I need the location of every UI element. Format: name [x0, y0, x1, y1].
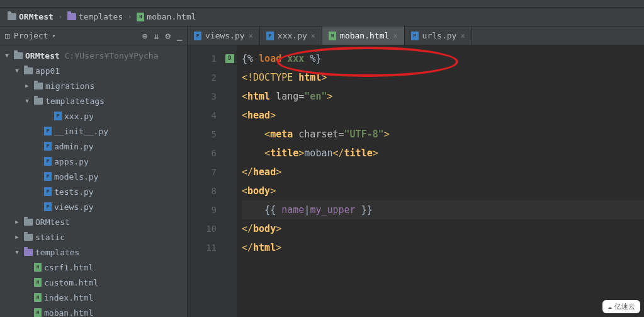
tree-path: C:¥Users¥Tony¥Pycha: [65, 51, 159, 61]
expand-icon[interactable]: ▶: [13, 219, 21, 225]
tree-file-admin[interactable]: P admin.py: [0, 139, 187, 154]
expand-icon[interactable]: ▼: [13, 249, 21, 255]
line-number: 7: [191, 163, 217, 182]
gear-icon[interactable]: ⚙: [166, 31, 171, 41]
code-line: </html>: [242, 238, 644, 257]
code-line: <body>: [242, 182, 644, 200]
folder-icon: [34, 83, 43, 89]
tree-label: templates: [35, 248, 79, 257]
python-file-icon: P: [411, 32, 419, 40]
code-line: </head>: [242, 163, 644, 182]
expand-icon[interactable]: ▼: [3, 52, 11, 59]
tree-label: admin.py: [54, 142, 94, 151]
python-file-icon: P: [44, 142, 52, 151]
tree-file-xxx[interactable]: P xxx.py: [0, 108, 187, 124]
html-file-icon: H: [34, 263, 42, 272]
expand-icon[interactable]: ▶: [23, 83, 31, 89]
close-icon[interactable]: ×: [249, 32, 253, 40]
tree-label: custom.html: [44, 278, 98, 287]
project-sidebar: ◫ Project ▾ ⊕ ⇊ ⚙ ⎯ ▼ ORMtest C:¥Users¥T…: [0, 26, 188, 317]
watermark: ☁ 亿速云: [602, 300, 640, 313]
tree-label: static: [35, 233, 65, 242]
line-number: 10: [191, 219, 217, 238]
tab-urls[interactable]: P urls.py ×: [405, 26, 472, 45]
tree-label: xxx.py: [64, 112, 94, 121]
folder-icon: [24, 67, 33, 74]
tree-file-tests[interactable]: P tests.py: [0, 184, 187, 199]
tree-file-init[interactable]: P __init__.py: [0, 124, 187, 139]
line-number: 2: [191, 68, 217, 87]
line-number: 9: [191, 200, 217, 219]
line-number: 8: [191, 182, 217, 200]
code-line: <meta charset="UTF-8">: [242, 125, 644, 144]
tree-label: ORMtest: [35, 217, 70, 227]
python-file-icon: P: [44, 157, 52, 166]
tree-label: migrations: [45, 81, 94, 91]
target-icon[interactable]: ⊕: [142, 31, 147, 41]
code-line: <head>: [242, 106, 644, 125]
collapse-all-icon[interactable]: ⇊: [154, 31, 159, 41]
tree-file-index[interactable]: H index.html: [0, 290, 187, 305]
tree-folder-static[interactable]: ▶ static: [0, 229, 187, 245]
tab-label: moban.html: [340, 31, 389, 40]
line-number: 11: [191, 238, 217, 257]
breadcrumb-file[interactable]: H moban.html: [134, 11, 198, 23]
tree-folder-templates[interactable]: ▼ templates: [0, 245, 187, 260]
tree-file-models[interactable]: P models.py: [0, 169, 187, 184]
tab-label: urls.py: [422, 31, 457, 40]
tree-root[interactable]: ▼ ORMtest C:¥Users¥Tony¥Pycha: [0, 48, 187, 63]
tab-label: views.py: [205, 31, 245, 40]
tree-folder-ormtest2[interactable]: ▶ ORMtest: [0, 214, 187, 229]
breadcrumb-project[interactable]: ORMtest: [5, 11, 56, 23]
cloud-icon: ☁: [607, 303, 612, 311]
django-template-icon: D: [225, 54, 234, 63]
tree-file-csrf1[interactable]: H csrf1.html: [0, 260, 187, 275]
line-number: 4: [191, 106, 217, 125]
html-file-icon: H: [34, 308, 42, 317]
tree-file-views[interactable]: P views.py: [0, 199, 187, 214]
tree-label: moban.html: [44, 308, 93, 318]
close-icon[interactable]: ×: [393, 32, 397, 40]
tree-label: app01: [35, 66, 60, 76]
editor-tabs: P views.py × P xxx.py × H moban.html × P…: [188, 26, 644, 45]
expand-icon[interactable]: ▶: [13, 234, 21, 240]
tree-folder-templatetags[interactable]: ▼ templatetags: [0, 93, 187, 108]
breadcrumb-folder[interactable]: templates: [65, 11, 125, 23]
tree-folder-app01[interactable]: ▼ app01: [0, 63, 187, 78]
close-icon[interactable]: ×: [311, 32, 315, 40]
hide-icon[interactable]: ⎯: [177, 31, 182, 41]
breadcrumb-folder-label: templates: [79, 12, 123, 21]
tab-views[interactable]: P views.py ×: [188, 26, 260, 45]
python-file-icon: P: [54, 112, 62, 120]
project-panel-title[interactable]: Project: [14, 31, 48, 40]
tab-moban[interactable]: H moban.html ×: [322, 26, 405, 45]
python-file-icon: P: [194, 32, 201, 40]
expand-icon[interactable]: ▼: [13, 67, 21, 74]
tree-label: __init__.py: [54, 127, 108, 136]
tree-file-apps[interactable]: P apps.py: [0, 154, 187, 169]
breadcrumb: ORMtest › templates › H moban.html: [0, 8, 644, 26]
top-toolbar-strip: [0, 0, 644, 8]
tree-label: apps.py: [54, 157, 89, 166]
tree-file-moban[interactable]: H moban.html: [0, 305, 187, 317]
line-number: 6: [191, 144, 217, 163]
folder-icon: [24, 219, 33, 226]
tree-file-custom[interactable]: H custom.html: [0, 275, 187, 290]
html-file-icon: H: [34, 293, 42, 302]
chevron-right-icon: ›: [128, 13, 132, 20]
tree-folder-migrations[interactable]: ▶ migrations: [0, 78, 187, 93]
line-number: 1: [191, 49, 217, 68]
code-editor[interactable]: {% load xxx %} <!DOCTYPE html> <html lan…: [237, 45, 644, 317]
code-line: <title>moban</title>: [242, 144, 644, 163]
html-file-icon: H: [34, 278, 42, 287]
python-file-icon: P: [44, 172, 52, 181]
line-number: 3: [191, 87, 217, 106]
expand-icon[interactable]: ▼: [23, 98, 31, 104]
close-icon[interactable]: ×: [460, 32, 465, 40]
code-line: {{ name|my_upper }}: [242, 200, 644, 219]
line-number: 5: [191, 125, 217, 144]
dropdown-icon[interactable]: ▾: [52, 33, 55, 39]
tab-xxx[interactable]: P xxx.py ×: [260, 26, 322, 45]
code-line: {% load xxx %}: [242, 49, 644, 68]
folder-icon: [67, 13, 76, 20]
